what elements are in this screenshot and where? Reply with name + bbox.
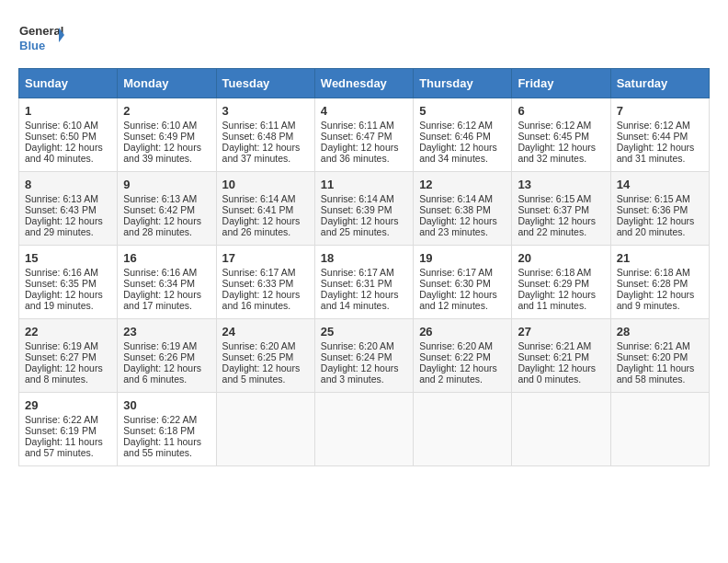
day-cell: 21 Sunrise: 6:18 AM Sunset: 6:28 PM Dayl… bbox=[610, 246, 709, 319]
week-row-4: 22 Sunrise: 6:19 AM Sunset: 6:27 PM Dayl… bbox=[19, 319, 710, 393]
sunrise-label: Sunrise: 6:17 AM bbox=[222, 267, 296, 278]
day-cell: 15 Sunrise: 6:16 AM Sunset: 6:35 PM Dayl… bbox=[19, 246, 118, 319]
sunrise-label: Sunrise: 6:20 AM bbox=[419, 340, 493, 351]
day-cell: 18 Sunrise: 6:17 AM Sunset: 6:31 PM Dayl… bbox=[314, 246, 413, 319]
sunrise-label: Sunrise: 6:22 AM bbox=[25, 414, 98, 425]
daylight-label: Daylight: 12 hours and 16 minutes. bbox=[222, 289, 301, 311]
day-number: 2 bbox=[123, 104, 210, 118]
day-cell: 24 Sunrise: 6:20 AM Sunset: 6:25 PM Dayl… bbox=[216, 319, 314, 393]
day-cell: 1 Sunrise: 6:10 AM Sunset: 6:50 PM Dayli… bbox=[19, 98, 118, 172]
day-cell: 11 Sunrise: 6:14 AM Sunset: 6:39 PM Dayl… bbox=[314, 172, 413, 246]
sunrise-label: Sunrise: 6:12 AM bbox=[518, 120, 591, 131]
sunrise-label: Sunrise: 6:11 AM bbox=[222, 120, 296, 131]
day-number: 24 bbox=[222, 325, 309, 339]
day-number: 28 bbox=[617, 325, 703, 339]
sunrise-label: Sunrise: 6:18 AM bbox=[518, 267, 591, 278]
day-cell: 12 Sunrise: 6:14 AM Sunset: 6:38 PM Dayl… bbox=[414, 172, 512, 246]
day-number: 21 bbox=[617, 251, 703, 265]
day-cell: 10 Sunrise: 6:14 AM Sunset: 6:41 PM Dayl… bbox=[216, 172, 314, 246]
week-row-1: 1 Sunrise: 6:10 AM Sunset: 6:50 PM Dayli… bbox=[19, 98, 710, 172]
daylight-label: Daylight: 11 hours and 55 minutes. bbox=[123, 436, 201, 458]
daylight-label: Daylight: 12 hours and 2 minutes. bbox=[419, 362, 497, 385]
daylight-label: Daylight: 12 hours and 40 minutes. bbox=[25, 142, 103, 164]
day-number: 29 bbox=[25, 398, 111, 412]
col-header-wednesday: Wednesday bbox=[314, 69, 413, 98]
daylight-label: Daylight: 12 hours and 17 minutes. bbox=[123, 289, 201, 311]
daylight-label: Daylight: 12 hours and 5 minutes. bbox=[222, 362, 301, 385]
sunset-label: Sunset: 6:33 PM bbox=[222, 278, 294, 289]
svg-text:General: General bbox=[19, 24, 63, 38]
sunrise-label: Sunrise: 6:20 AM bbox=[222, 340, 296, 351]
sunrise-label: Sunrise: 6:20 AM bbox=[321, 340, 394, 351]
day-cell: 27 Sunrise: 6:21 AM Sunset: 6:21 PM Dayl… bbox=[512, 319, 610, 393]
day-number: 20 bbox=[518, 251, 604, 265]
day-cell bbox=[414, 393, 512, 466]
calendar-table: SundayMondayTuesdayWednesdayThursdayFrid… bbox=[18, 68, 710, 466]
day-number: 30 bbox=[123, 398, 210, 412]
sunset-label: Sunset: 6:42 PM bbox=[123, 204, 195, 215]
daylight-label: Daylight: 12 hours and 3 minutes. bbox=[321, 362, 399, 385]
daylight-label: Daylight: 11 hours and 57 minutes. bbox=[25, 436, 103, 458]
daylight-label: Daylight: 12 hours and 19 minutes. bbox=[25, 289, 103, 311]
sunset-label: Sunset: 6:50 PM bbox=[25, 131, 97, 142]
day-cell: 17 Sunrise: 6:17 AM Sunset: 6:33 PM Dayl… bbox=[216, 246, 314, 319]
daylight-label: Daylight: 12 hours and 0 minutes. bbox=[518, 362, 596, 385]
col-header-saturday: Saturday bbox=[610, 69, 709, 98]
day-cell: 28 Sunrise: 6:21 AM Sunset: 6:20 PM Dayl… bbox=[610, 319, 709, 393]
day-cell bbox=[512, 393, 610, 466]
sunrise-label: Sunrise: 6:17 AM bbox=[321, 267, 394, 278]
day-cell: 25 Sunrise: 6:20 AM Sunset: 6:24 PM Dayl… bbox=[314, 319, 413, 393]
sunrise-label: Sunrise: 6:15 AM bbox=[617, 193, 690, 204]
day-number: 15 bbox=[25, 251, 111, 265]
sunset-label: Sunset: 6:22 PM bbox=[419, 351, 491, 362]
day-cell: 13 Sunrise: 6:15 AM Sunset: 6:37 PM Dayl… bbox=[512, 172, 610, 246]
day-number: 13 bbox=[518, 178, 604, 191]
sunrise-label: Sunrise: 6:16 AM bbox=[25, 267, 98, 278]
svg-text:Blue: Blue bbox=[19, 39, 45, 52]
sunrise-label: Sunrise: 6:21 AM bbox=[617, 340, 690, 351]
daylight-label: Daylight: 12 hours and 26 minutes. bbox=[222, 215, 301, 237]
day-number: 19 bbox=[419, 251, 506, 265]
sunset-label: Sunset: 6:26 PM bbox=[123, 351, 195, 362]
sunrise-label: Sunrise: 6:19 AM bbox=[123, 340, 197, 351]
day-cell: 26 Sunrise: 6:20 AM Sunset: 6:22 PM Dayl… bbox=[414, 319, 512, 393]
daylight-label: Daylight: 12 hours and 29 minutes. bbox=[25, 215, 103, 237]
daylight-label: Daylight: 12 hours and 22 minutes. bbox=[518, 215, 596, 237]
day-number: 11 bbox=[321, 178, 407, 191]
day-number: 10 bbox=[222, 178, 309, 191]
day-number: 3 bbox=[222, 104, 309, 118]
sunset-label: Sunset: 6:46 PM bbox=[419, 131, 491, 142]
day-cell: 19 Sunrise: 6:17 AM Sunset: 6:30 PM Dayl… bbox=[414, 246, 512, 319]
sunset-label: Sunset: 6:48 PM bbox=[222, 131, 294, 142]
day-number: 18 bbox=[321, 251, 407, 265]
sunset-label: Sunset: 6:31 PM bbox=[321, 278, 392, 289]
sunrise-label: Sunrise: 6:18 AM bbox=[617, 267, 690, 278]
day-number: 9 bbox=[123, 178, 210, 191]
sunset-label: Sunset: 6:29 PM bbox=[518, 278, 589, 289]
day-number: 4 bbox=[321, 104, 407, 118]
sunset-label: Sunset: 6:49 PM bbox=[123, 131, 195, 142]
daylight-label: Daylight: 12 hours and 25 minutes. bbox=[321, 215, 399, 237]
daylight-label: Daylight: 12 hours and 11 minutes. bbox=[518, 289, 596, 311]
daylight-label: Daylight: 12 hours and 37 minutes. bbox=[222, 142, 301, 164]
week-row-2: 8 Sunrise: 6:13 AM Sunset: 6:43 PM Dayli… bbox=[19, 172, 710, 246]
day-number: 23 bbox=[123, 325, 210, 339]
day-number: 12 bbox=[419, 178, 506, 191]
daylight-label: Daylight: 12 hours and 32 minutes. bbox=[518, 142, 596, 164]
daylight-label: Daylight: 12 hours and 23 minutes. bbox=[419, 215, 497, 237]
col-header-thursday: Thursday bbox=[414, 69, 512, 98]
day-cell: 20 Sunrise: 6:18 AM Sunset: 6:29 PM Dayl… bbox=[512, 246, 610, 319]
col-header-friday: Friday bbox=[512, 69, 610, 98]
sunrise-label: Sunrise: 6:15 AM bbox=[518, 193, 591, 204]
sunrise-label: Sunrise: 6:14 AM bbox=[419, 193, 493, 204]
sunrise-label: Sunrise: 6:21 AM bbox=[518, 340, 591, 351]
sunset-label: Sunset: 6:24 PM bbox=[321, 351, 392, 362]
day-cell: 5 Sunrise: 6:12 AM Sunset: 6:46 PM Dayli… bbox=[414, 98, 512, 172]
sunrise-label: Sunrise: 6:10 AM bbox=[25, 120, 98, 131]
day-number: 22 bbox=[25, 325, 111, 339]
day-cell: 16 Sunrise: 6:16 AM Sunset: 6:34 PM Dayl… bbox=[118, 246, 216, 319]
sunset-label: Sunset: 6:47 PM bbox=[321, 131, 392, 142]
daylight-label: Daylight: 12 hours and 34 minutes. bbox=[419, 142, 497, 164]
sunset-label: Sunset: 6:27 PM bbox=[25, 351, 97, 362]
sunset-label: Sunset: 6:35 PM bbox=[25, 278, 97, 289]
